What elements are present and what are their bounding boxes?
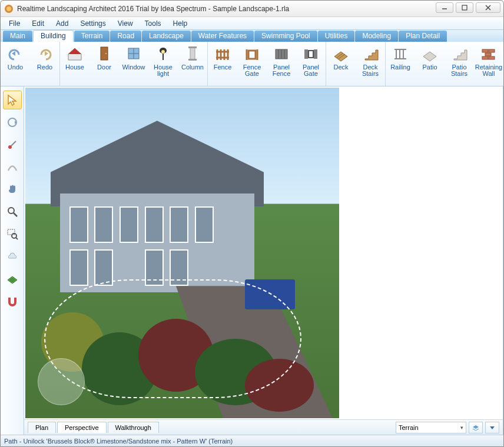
tool-move-point[interactable]: [3, 135, 22, 154]
house-label: House: [65, 64, 84, 71]
undo-icon: [6, 44, 25, 63]
tool-select[interactable]: [3, 91, 22, 109]
column-button[interactable]: Column: [178, 42, 207, 86]
tool-orbit[interactable]: [3, 113, 22, 132]
deck-stairs-label: Deck Stairs: [362, 64, 379, 77]
deck-icon: [331, 44, 350, 63]
menu-file[interactable]: File: [3, 18, 26, 29]
ribbon-tab-main[interactable]: Main: [3, 31, 32, 42]
tool-curve[interactable]: [3, 158, 22, 176]
tab-plan[interactable]: Plan: [28, 422, 56, 433]
scene-window: [94, 206, 113, 243]
ribbon-tab-water[interactable]: Water Features: [191, 31, 254, 42]
viewport-3d[interactable]: [25, 88, 339, 418]
svg-rect-40: [482, 49, 488, 52]
redo-button[interactable]: Redo: [30, 42, 59, 86]
svg-rect-11: [163, 53, 164, 60]
tab-walkthrough[interactable]: Walkthrough: [108, 422, 159, 433]
ribbon-tab-modeling[interactable]: Modeling: [355, 31, 398, 42]
tab-perspective[interactable]: Perspective: [57, 422, 106, 433]
viewport-column: Plan Perspective Walkthrough Terrain: [24, 86, 503, 435]
redo-label: Redo: [37, 64, 52, 71]
ribbon-group-history: Undo Redo: [1, 42, 60, 86]
door-icon: [95, 44, 114, 63]
door-button[interactable]: Door: [89, 42, 119, 86]
menu-view[interactable]: View: [112, 18, 139, 29]
scene-window: [94, 249, 113, 286]
menu-help[interactable]: Help: [167, 18, 194, 29]
svg-point-48: [8, 208, 14, 214]
title-bar: Realtime Landscaping Architect 2016 Tria…: [1, 1, 503, 17]
ribbon-tab-landscape[interactable]: Landscape: [142, 31, 191, 42]
window-button[interactable]: Window: [119, 42, 148, 86]
fence-icon: [213, 44, 232, 63]
fence-gate-label: Fence Gate: [243, 64, 261, 77]
maximize-button[interactable]: [456, 2, 473, 13]
patio-icon: [420, 44, 439, 63]
retaining-wall-button[interactable]: Retaining Wall: [474, 42, 503, 86]
panel-gate-icon: [301, 44, 320, 63]
svg-rect-43: [482, 56, 488, 59]
menu-settings[interactable]: Settings: [74, 18, 111, 29]
ribbon-tab-pool[interactable]: Swimming Pool: [254, 31, 317, 42]
house-button[interactable]: House: [60, 42, 89, 86]
panel-fence-button[interactable]: Panel Fence: [267, 42, 296, 86]
tool-pan[interactable]: [3, 180, 22, 199]
scene-window: [120, 206, 138, 243]
undo-button[interactable]: Undo: [1, 42, 30, 86]
door-label: Door: [97, 64, 111, 71]
panel-gate-button[interactable]: Panel Gate: [296, 42, 326, 86]
status-bar: Path - Unilock 'Brussels Block® Limeston…: [1, 435, 503, 446]
menu-tools[interactable]: Tools: [139, 18, 167, 29]
svg-rect-15: [188, 59, 197, 61]
minimize-button[interactable]: [436, 2, 453, 13]
app-window: Realtime Landscaping Architect 2016 Tria…: [0, 0, 504, 447]
orbit-gizmo[interactable]: [38, 358, 85, 405]
svg-rect-41: [489, 49, 495, 52]
patio-button[interactable]: Patio: [415, 42, 445, 86]
fence-gate-button[interactable]: Fence Gate: [237, 42, 267, 86]
tool-zoom[interactable]: [3, 202, 22, 221]
tool-grid[interactable]: [3, 269, 22, 288]
fence-gate-icon: [243, 44, 261, 63]
ribbon-group-fencing: Fence Fence Gate Panel Fence Panel Gate: [208, 42, 326, 86]
svg-rect-32: [309, 51, 313, 58]
scene-bush: [245, 359, 314, 412]
deck-stairs-button[interactable]: Deck Stairs: [356, 42, 385, 86]
panel-fence-label: Panel Fence: [273, 64, 291, 77]
ribbon-tab-building[interactable]: Building: [33, 30, 74, 42]
ribbon-tab-plandetail[interactable]: Plan Detail: [399, 31, 447, 42]
layer-dropdown-button[interactable]: [485, 422, 499, 433]
svg-rect-3: [462, 5, 467, 10]
fence-label: Fence: [214, 64, 232, 71]
fence-button[interactable]: Fence: [208, 42, 237, 86]
house-light-button[interactable]: House light: [148, 42, 178, 86]
svg-rect-6: [101, 47, 108, 60]
svg-rect-25: [248, 51, 256, 59]
status-text: Path - Unilock 'Brussels Block® Limeston…: [4, 438, 233, 445]
menu-edit[interactable]: Edit: [26, 18, 50, 29]
menu-add[interactable]: Add: [50, 18, 74, 29]
railing-button[interactable]: Railing: [386, 42, 415, 86]
tool-snap[interactable]: [3, 292, 22, 311]
ribbon-group-decking: Deck Deck Stairs: [326, 42, 386, 86]
tool-cloud[interactable]: [3, 247, 22, 266]
close-button[interactable]: [476, 2, 500, 13]
column-label: Column: [181, 64, 204, 71]
ribbon-tab-road[interactable]: Road: [110, 31, 141, 42]
layer-select[interactable]: Terrain: [396, 422, 466, 433]
layer-filter-button[interactable]: [469, 422, 483, 433]
column-icon: [183, 44, 202, 63]
ribbon-tab-terrain[interactable]: Terrain: [74, 31, 110, 42]
wall-icon: [479, 44, 498, 63]
svg-rect-14: [190, 47, 195, 60]
ribbon-tab-utilities[interactable]: Utilities: [318, 31, 355, 42]
scene-car: [245, 279, 295, 309]
tool-zoom-region[interactable]: [3, 225, 22, 243]
deck-button[interactable]: Deck: [326, 42, 356, 86]
svg-point-1: [6, 6, 11, 11]
window-controls: [433, 2, 500, 13]
undo-label: Undo: [8, 64, 23, 71]
railing-label: Railing: [390, 64, 410, 71]
patio-stairs-button[interactable]: Patio Stairs: [445, 42, 474, 86]
